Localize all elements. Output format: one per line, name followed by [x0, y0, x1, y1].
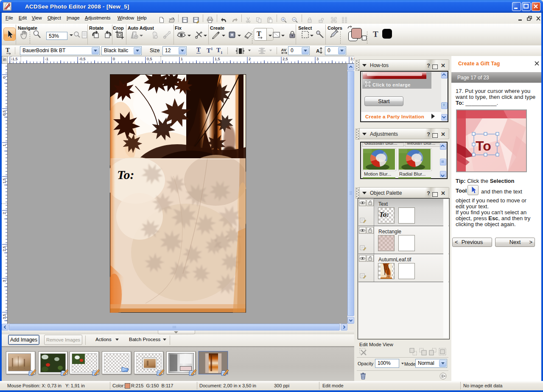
svg-text:To: To	[476, 138, 491, 154]
svg-text:T: T	[6, 47, 10, 53]
svg-text:1: 1	[181, 57, 183, 61]
svg-text:3,5: 3,5	[2, 314, 6, 319]
svg-text:-1: -1	[45, 57, 48, 61]
svg-text:AV: AV	[281, 48, 287, 52]
svg-text:0,5: 0,5	[147, 57, 152, 61]
svg-text:2: 2	[249, 57, 251, 61]
svg-text:0: 0	[113, 57, 115, 61]
svg-text:2,5: 2,5	[2, 246, 6, 252]
svg-text:0,5: 0,5	[2, 110, 6, 116]
svg-text:1,5: 1,5	[2, 178, 6, 184]
svg-text:T: T	[257, 30, 261, 37]
svg-text:0: 0	[2, 76, 6, 78]
svg-text:1: 1	[2, 144, 6, 146]
svg-text:3: 3	[2, 280, 6, 282]
svg-text:2,5: 2,5	[283, 57, 288, 61]
svg-text:1,5: 1,5	[215, 57, 220, 61]
svg-text:-1,5: -1,5	[11, 57, 18, 61]
svg-text:-0,5: -0,5	[79, 57, 86, 61]
svg-text:To:: To:	[117, 168, 134, 182]
svg-text:2: 2	[2, 212, 6, 214]
svg-text:3: 3	[316, 57, 319, 61]
svg-text:A: A	[316, 48, 320, 53]
